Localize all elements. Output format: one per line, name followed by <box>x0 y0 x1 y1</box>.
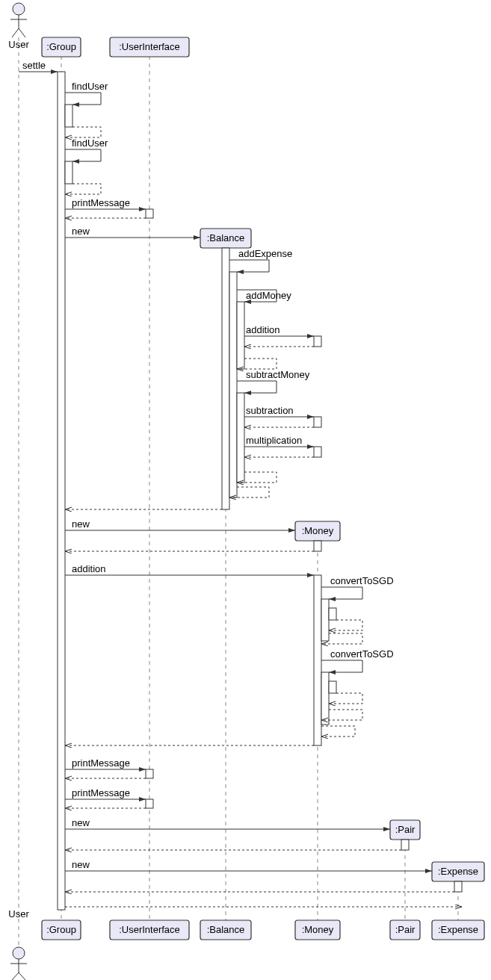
activation-convert-2-outer <box>321 672 329 725</box>
participant-pair-label: :Pair <box>395 824 416 835</box>
activation-finduser-2 <box>65 161 72 184</box>
participant-expense-bottom: :Expense <box>432 920 484 940</box>
msg-multiplication-label: multiplication <box>246 435 302 446</box>
activation-convert-2-inner <box>329 681 336 693</box>
activation-money-addition-1 <box>314 336 321 347</box>
sequence-diagram: User :Group :UserInterface settle findUs… <box>0 0 491 980</box>
msg-convert-2-inner-return <box>329 693 362 704</box>
activation-group-main <box>58 72 65 910</box>
msg-addmoney-label: addMoney <box>246 290 291 301</box>
msg-new-balance-label: new <box>72 226 90 237</box>
msg-convert-1 <box>321 587 362 599</box>
participant-group-label: :Group <box>46 41 76 52</box>
msg-addition-1-label: addition <box>246 324 280 335</box>
msg-printmessage-3-label: printMessage <box>72 787 130 798</box>
participant-ui-top: :UserInterface <box>110 37 189 57</box>
msg-convert-2-label: convertToSGD <box>330 648 394 660</box>
activation-ui-2 <box>146 769 153 778</box>
actor-user-head: User <box>8 3 29 50</box>
participant-money-label: :Money <box>302 525 334 536</box>
svg-text::UserInterface: :UserInterface <box>119 924 180 935</box>
svg-text::Money: :Money <box>302 924 334 935</box>
svg-line-14 <box>12 973 19 980</box>
msg-printmessage-1-label: printMessage <box>72 197 130 208</box>
msg-finduser-1 <box>65 93 101 105</box>
activation-convert-1-outer <box>321 599 329 641</box>
activation-ui-3 <box>146 799 153 808</box>
activation-addmoney <box>237 302 244 369</box>
activation-pair <box>401 840 409 850</box>
svg-text::Expense: :Expense <box>438 924 478 935</box>
svg-text::Group: :Group <box>46 924 76 935</box>
activation-money-mult <box>314 447 321 457</box>
participant-money-create: :Money <box>295 521 340 541</box>
msg-convert-2 <box>321 660 362 672</box>
msg-new-money-label: new <box>72 518 90 530</box>
participant-balance-bottom: :Balance <box>200 920 251 940</box>
msg-finduser-1-label: findUser <box>72 81 108 92</box>
participant-ui-bottom: :UserInterface <box>110 920 189 940</box>
activation-subtractmoney <box>237 393 244 483</box>
participant-balance-label: :Balance <box>207 232 245 244</box>
activation-convert-1-inner <box>329 608 336 620</box>
msg-subtraction-label: subtraction <box>246 405 294 416</box>
svg-line-4 <box>19 28 25 37</box>
participant-expense-create: :Expense <box>432 862 484 881</box>
msg-finduser-2 <box>65 149 101 161</box>
msg-finduser-1-return <box>65 127 101 137</box>
activation-money-new <box>314 541 321 551</box>
activation-finduser-1 <box>65 105 72 127</box>
svg-text::Balance: :Balance <box>207 924 245 935</box>
msg-settle-label: settle <box>22 60 46 71</box>
participant-balance-create: :Balance <box>200 229 251 248</box>
msg-convert-2-return <box>321 726 355 736</box>
msg-convert-1-inner-return <box>329 620 362 630</box>
msg-addexpense <box>229 260 269 272</box>
svg-line-15 <box>19 973 25 980</box>
svg-line-3 <box>12 28 19 37</box>
participant-expense-label: :Expense <box>438 866 478 877</box>
activation-expense <box>454 881 462 892</box>
svg-point-0 <box>13 3 25 15</box>
msg-addition-2-label: addition <box>72 563 106 574</box>
participant-ui-label: :UserInterface <box>119 41 180 52</box>
activation-balance-main <box>222 248 229 509</box>
actor-user-label: User <box>8 39 29 50</box>
actor-user-label-bottom: User <box>8 908 29 919</box>
msg-new-pair-label: new <box>72 817 90 828</box>
participant-pair-create: :Pair <box>390 820 420 840</box>
participant-group-bottom: :Group <box>42 920 81 940</box>
svg-text::Pair: :Pair <box>395 924 416 935</box>
participant-pair-bottom: :Pair <box>390 920 420 940</box>
msg-new-expense-label: new <box>72 859 90 870</box>
participant-money-bottom: :Money <box>295 920 340 940</box>
participant-group-top: :Group <box>42 37 81 57</box>
msg-finduser-2-label: findUser <box>72 137 108 149</box>
msg-subtractmoney <box>237 381 277 393</box>
activation-ui-1 <box>146 209 153 218</box>
msg-finduser-2-return <box>65 184 101 194</box>
msg-printmessage-2-label: printMessage <box>72 757 130 769</box>
msg-addexpense-label: addExpense <box>238 248 292 259</box>
activation-money-sub <box>314 417 321 427</box>
svg-point-11 <box>13 947 25 959</box>
activation-money-addition-2 <box>314 575 321 745</box>
msg-convert-1-label: convertToSGD <box>330 575 394 586</box>
activation-addexpense <box>229 272 237 497</box>
msg-subtractmoney-label: subtractMoney <box>246 369 310 380</box>
